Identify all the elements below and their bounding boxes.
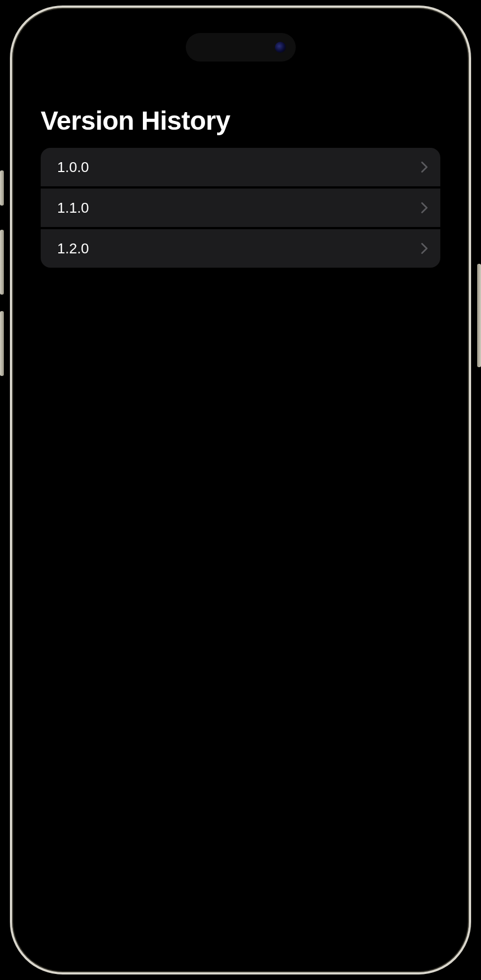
phone-screen: Version History 1.0.0 1.1.0 <box>16 12 465 968</box>
phone-frame: Version History 1.0.0 1.1.0 <box>10 5 471 975</box>
chevron-right-icon <box>421 160 428 174</box>
version-label: 1.1.0 <box>57 200 89 217</box>
screen-content: Version History 1.0.0 1.1.0 <box>16 12 465 968</box>
chevron-right-icon <box>421 242 428 255</box>
side-button-silent <box>0 170 4 206</box>
version-label: 1.0.0 <box>57 159 89 176</box>
side-button-power <box>477 264 481 367</box>
version-row[interactable]: 1.1.0 <box>41 189 440 227</box>
version-list: 1.0.0 1.1.0 1.2. <box>16 148 465 268</box>
side-button-volume-down <box>0 311 4 376</box>
version-label: 1.2.0 <box>57 240 89 257</box>
chevron-right-icon <box>421 201 428 214</box>
side-button-volume-up <box>0 230 4 295</box>
page-title: Version History <box>16 106 465 148</box>
version-row[interactable]: 1.2.0 <box>41 229 440 268</box>
version-row[interactable]: 1.0.0 <box>41 148 440 186</box>
